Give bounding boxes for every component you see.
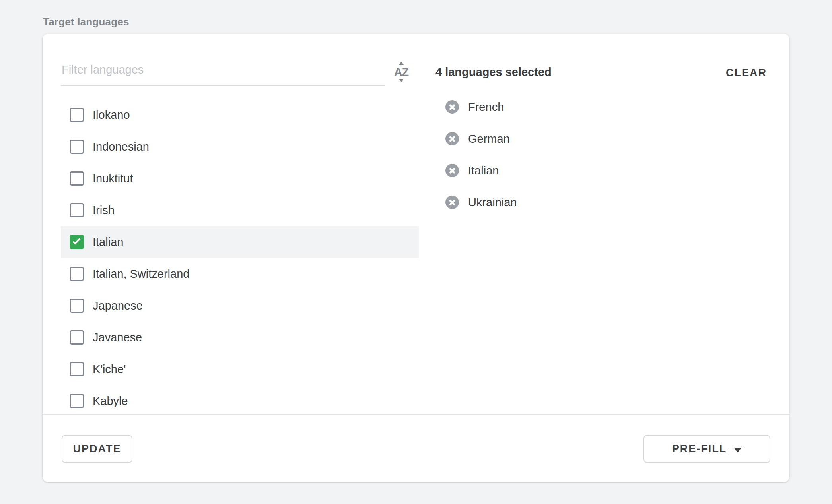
selected-language-row: French xyxy=(445,91,517,123)
language-row[interactable]: Javanese xyxy=(61,322,419,353)
selected-language-label: Italian xyxy=(468,164,499,177)
language-label: Japanese xyxy=(93,299,143,312)
language-row[interactable]: Kabyle xyxy=(61,385,419,414)
language-row[interactable]: Inuktitut xyxy=(61,163,419,194)
checkbox-icon[interactable] xyxy=(70,140,84,154)
language-row[interactable]: Italian xyxy=(61,226,419,258)
sort-arrow-down-icon xyxy=(399,79,404,82)
language-label: Indonesian xyxy=(93,140,149,153)
checkbox-checked-icon[interactable] xyxy=(70,235,84,249)
remove-language-button[interactable] xyxy=(445,164,459,177)
language-label: Irish xyxy=(93,204,115,217)
remove-language-button[interactable] xyxy=(445,100,459,114)
chevron-down-icon xyxy=(734,448,742,452)
language-row[interactable]: Irish xyxy=(61,194,419,226)
language-label: K'iche' xyxy=(93,363,126,376)
sort-az-letters: AZ xyxy=(394,66,409,78)
language-row[interactable]: Italian, Switzerland xyxy=(61,258,419,290)
filter-languages-input[interactable] xyxy=(61,54,385,86)
checkmark-icon xyxy=(73,237,81,245)
checkbox-icon[interactable] xyxy=(70,267,84,281)
language-label: Javanese xyxy=(93,331,142,344)
selected-language-label: Ukrainian xyxy=(468,196,517,209)
language-label: Inuktitut xyxy=(93,172,133,185)
language-row[interactable]: Japanese xyxy=(61,290,419,322)
prefill-button[interactable]: PRE-FILL xyxy=(643,435,770,463)
remove-language-button[interactable] xyxy=(445,196,459,209)
selected-language-label: French xyxy=(468,101,504,114)
selected-language-list: FrenchGermanItalianUkrainian xyxy=(445,91,517,218)
selected-language-row: German xyxy=(445,123,517,155)
prefill-button-label: PRE-FILL xyxy=(672,443,727,455)
language-row[interactable]: K'iche' xyxy=(61,353,419,385)
checkbox-icon[interactable] xyxy=(70,362,84,376)
language-row[interactable]: Indonesian xyxy=(61,131,419,163)
language-row[interactable]: Ilokano xyxy=(61,99,419,131)
checkbox-icon[interactable] xyxy=(70,330,84,345)
checkbox-icon[interactable] xyxy=(70,203,84,217)
selected-language-row: Ukrainian xyxy=(445,186,517,218)
sort-arrow-up-icon xyxy=(399,62,404,65)
selected-language-label: German xyxy=(468,132,510,145)
checkbox-icon[interactable] xyxy=(70,299,84,313)
language-list: IlokanoIndonesianInuktitutIrishItalianIt… xyxy=(61,99,419,414)
selected-count-label: 4 languages selected xyxy=(435,66,552,79)
remove-language-button[interactable] xyxy=(445,132,459,145)
checkbox-icon[interactable] xyxy=(70,171,84,186)
selected-language-row: Italian xyxy=(445,155,517,186)
language-label: Ilokano xyxy=(93,109,130,122)
target-languages-card: AZ IlokanoIndonesianInuktitutIrishItalia… xyxy=(43,34,789,482)
language-label: Kabyle xyxy=(93,395,128,408)
checkbox-icon[interactable] xyxy=(70,394,84,408)
footer-divider xyxy=(43,414,789,415)
clear-button[interactable]: CLEAR xyxy=(726,67,767,79)
update-button[interactable]: UPDATE xyxy=(62,435,132,463)
language-label: Italian xyxy=(93,236,123,249)
sort-alphabetical-button[interactable]: AZ xyxy=(389,57,413,87)
language-label: Italian, Switzerland xyxy=(93,268,189,281)
checkbox-icon[interactable] xyxy=(70,108,84,122)
page-title: Target languages xyxy=(43,16,129,28)
